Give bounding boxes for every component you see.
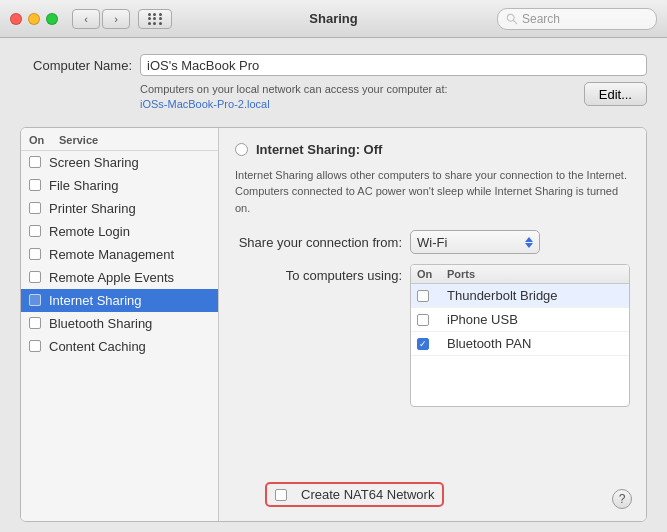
sidebar-item-screen-sharing[interactable]: Screen Sharing bbox=[21, 151, 218, 174]
ports-header: On Ports bbox=[411, 265, 629, 284]
checkbox-file-sharing[interactable] bbox=[29, 179, 41, 191]
computer-name-row: Computer Name: bbox=[20, 54, 647, 76]
help-button[interactable]: ? bbox=[612, 489, 632, 509]
to-computers-label: To computers using: bbox=[235, 264, 410, 283]
search-icon bbox=[506, 13, 518, 25]
sidebar-label-bluetooth-sharing: Bluetooth Sharing bbox=[49, 316, 152, 331]
ports-header-on-label: On bbox=[417, 268, 447, 280]
share-from-label: Share your connection from: bbox=[235, 235, 410, 250]
close-button[interactable] bbox=[10, 13, 22, 25]
sidebar-item-bluetooth-sharing[interactable]: Bluetooth Sharing bbox=[21, 312, 218, 335]
sidebar-header-service: Service bbox=[59, 134, 210, 146]
nat64-checkbox[interactable] bbox=[275, 489, 287, 501]
computer-name-label: Computer Name: bbox=[20, 58, 140, 73]
port-label-thunderbolt: Thunderbolt Bridge bbox=[447, 288, 623, 303]
sidebar-label-content-caching: Content Caching bbox=[49, 339, 146, 354]
select-arrow-icon bbox=[525, 237, 533, 248]
maximize-button[interactable] bbox=[46, 13, 58, 25]
search-box[interactable]: Search bbox=[497, 8, 657, 30]
to-computers-row: To computers using: On Ports Thunderbolt… bbox=[235, 264, 630, 407]
port-row-bluetooth-pan[interactable]: Bluetooth PAN bbox=[411, 332, 629, 356]
sharing-description: Internet Sharing allows other computers … bbox=[235, 167, 630, 217]
port-label-bluetooth-pan: Bluetooth PAN bbox=[447, 336, 623, 351]
svg-point-0 bbox=[507, 14, 514, 21]
nat64-label: Create NAT64 Network bbox=[301, 487, 434, 502]
checkbox-remote-management[interactable] bbox=[29, 248, 41, 260]
computer-name-sub: Computers on your local network can acce… bbox=[20, 82, 647, 113]
ports-table: On Ports Thunderbolt Bridge bbox=[410, 264, 630, 407]
sidebar-item-printer-sharing[interactable]: Printer Sharing bbox=[21, 197, 218, 220]
sidebar-header-on: On bbox=[29, 134, 59, 146]
minimize-button[interactable] bbox=[28, 13, 40, 25]
port-row-iphone-usb[interactable]: iPhone USB bbox=[411, 308, 629, 332]
checkbox-screen-sharing[interactable] bbox=[29, 156, 41, 168]
sidebar-label-remote-login: Remote Login bbox=[49, 224, 130, 239]
local-network-link[interactable]: iOSs-MacBook-Pro-2.local bbox=[140, 98, 270, 110]
sidebar-item-file-sharing[interactable]: File Sharing bbox=[21, 174, 218, 197]
search-placeholder: Search bbox=[522, 12, 560, 26]
share-from-value: Wi-Fi bbox=[417, 235, 447, 250]
checkbox-printer-sharing[interactable] bbox=[29, 202, 41, 214]
forward-button[interactable]: › bbox=[102, 9, 130, 29]
traffic-lights bbox=[10, 13, 58, 25]
share-from-row: Share your connection from: Wi-Fi bbox=[235, 230, 630, 254]
content-area: Internet Sharing: Off Internet Sharing a… bbox=[219, 128, 646, 521]
checkbox-content-caching[interactable] bbox=[29, 340, 41, 352]
ports-empty-area bbox=[411, 356, 629, 406]
grid-view-button[interactable] bbox=[138, 9, 172, 29]
ports-header-ports-label: Ports bbox=[447, 268, 623, 280]
nav-buttons: ‹ › bbox=[72, 9, 130, 29]
sidebar: On Service Screen Sharing File Sharing P… bbox=[21, 128, 219, 521]
sidebar-item-content-caching[interactable]: Content Caching bbox=[21, 335, 218, 358]
sidebar-label-printer-sharing: Printer Sharing bbox=[49, 201, 136, 216]
nat64-row: Create NAT64 Network bbox=[235, 472, 630, 507]
sidebar-label-internet-sharing: Internet Sharing bbox=[49, 293, 142, 308]
sidebar-header: On Service bbox=[21, 128, 218, 151]
sidebar-label-screen-sharing: Screen Sharing bbox=[49, 155, 139, 170]
sidebar-item-remote-apple-events[interactable]: Remote Apple Events bbox=[21, 266, 218, 289]
back-button[interactable]: ‹ bbox=[72, 9, 100, 29]
main-content: Computer Name: Computers on your local n… bbox=[0, 38, 667, 532]
internet-sharing-header: Internet Sharing: Off bbox=[235, 142, 630, 157]
sidebar-label-remote-apple-events: Remote Apple Events bbox=[49, 270, 174, 285]
sidebar-label-file-sharing: File Sharing bbox=[49, 178, 118, 193]
computer-name-sub-text: Computers on your local network can acce… bbox=[140, 82, 574, 113]
port-label-iphone-usb: iPhone USB bbox=[447, 312, 623, 327]
port-row-thunderbolt[interactable]: Thunderbolt Bridge bbox=[411, 284, 629, 308]
svg-line-1 bbox=[514, 20, 517, 23]
grid-icon bbox=[148, 13, 163, 25]
checkbox-remote-login[interactable] bbox=[29, 225, 41, 237]
sidebar-label-remote-management: Remote Management bbox=[49, 247, 174, 262]
checkbox-remote-apple-events[interactable] bbox=[29, 271, 41, 283]
checkbox-iphone-usb[interactable] bbox=[417, 314, 447, 326]
window-title: Sharing bbox=[309, 11, 357, 26]
edit-button[interactable]: Edit... bbox=[584, 82, 647, 106]
internet-sharing-title: Internet Sharing: Off bbox=[256, 142, 382, 157]
sidebar-item-remote-management[interactable]: Remote Management bbox=[21, 243, 218, 266]
titlebar: ‹ › Sharing Search bbox=[0, 0, 667, 38]
checkbox-bluetooth-sharing[interactable] bbox=[29, 317, 41, 329]
checkbox-thunderbolt[interactable] bbox=[417, 290, 447, 302]
share-from-select[interactable]: Wi-Fi bbox=[410, 230, 540, 254]
checkbox-internet-sharing[interactable] bbox=[29, 294, 41, 306]
sidebar-item-internet-sharing[interactable]: Internet Sharing bbox=[21, 289, 218, 312]
checkbox-bluetooth-pan[interactable] bbox=[417, 338, 447, 350]
bottom-section: On Service Screen Sharing File Sharing P… bbox=[20, 127, 647, 522]
computer-name-input[interactable] bbox=[140, 54, 647, 76]
nat64-checkbox-wrapper[interactable]: Create NAT64 Network bbox=[265, 482, 444, 507]
sidebar-item-remote-login[interactable]: Remote Login bbox=[21, 220, 218, 243]
internet-sharing-radio[interactable] bbox=[235, 143, 248, 156]
